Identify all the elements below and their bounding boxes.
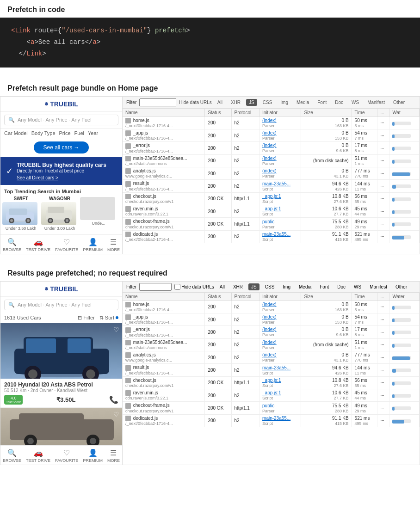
heart-button-2[interactable]: ♡ [113, 411, 119, 418]
cell-waterfall [389, 376, 420, 389]
table-row: analytics.js www.google-analytics.c... 2… [123, 351, 420, 364]
cell-initiator: _app.js:1 Script [259, 192, 301, 205]
other-image [80, 197, 115, 220]
svg-rect-18 [68, 338, 91, 353]
filter-year[interactable]: Year [88, 130, 98, 136]
cell-name: _app.js /_next/0fecbba2-1716-4... [123, 313, 205, 325]
cell-initiator: (index) Parser [259, 326, 301, 338]
cell-size: 0 B 9.6 KB [301, 326, 352, 338]
tab-manifest[interactable]: Manifest [364, 99, 388, 106]
code-block: <Link route={"/used-cars-in-mumbai"} pre… [0, 18, 420, 68]
search-placeholder-text: Any Model · Any Price · Any Fuel [18, 117, 92, 123]
table-row: _error.js /_next/0fecbba2-1716-4... 200 … [123, 142, 420, 154]
section-title-code: Prefetch in code [0, 0, 420, 18]
banner-icon: ✓ [6, 166, 13, 176]
tab-manifest-r[interactable]: Manifest [367, 283, 390, 290]
hide-data-checkbox[interactable]: Hide data URLs [174, 284, 214, 290]
cell-extra: ··· [377, 402, 389, 414]
tab-css-r[interactable]: CSS [262, 283, 278, 290]
network-toolbar: Filter Hide data URLs All XHR JS CSS Img… [123, 97, 420, 109]
cell-status: 200 [205, 180, 231, 192]
tab-other[interactable]: Other [390, 99, 408, 106]
nav-more-r[interactable]: ☰ MORE [107, 448, 120, 463]
col-time-r: Time [352, 293, 377, 301]
premium-icon: 👤 [88, 238, 98, 246]
filter-input-results[interactable] [139, 283, 172, 291]
cell-protocol: h2 [231, 414, 259, 427]
tab-all[interactable]: All [215, 99, 225, 106]
cell-status: 200 [205, 414, 231, 427]
cell-protocol: h2 [231, 129, 259, 141]
network-panel-results: Filter Hide data URLs All XHR JS CSS Img… [123, 281, 420, 465]
nav-favourite-r[interactable]: ♡ FAVOURITE [55, 448, 78, 463]
heart-button-1[interactable]: ♡ [113, 326, 119, 333]
col-time: Time [352, 109, 377, 117]
cell-initiator: (index) Parser [259, 313, 301, 325]
nav-browse-r[interactable]: 🔍 BROWSE [3, 448, 21, 463]
tab-img[interactable]: Img [278, 99, 291, 106]
cell-size: 10.8 KB 27.6 KB [301, 376, 352, 389]
tab-other-r[interactable]: Other [393, 283, 410, 290]
filter-fuel[interactable]: Fuel [74, 130, 84, 136]
nav-test-drive-r[interactable]: 🚗 TEST DRIVE [26, 448, 50, 463]
tab-font-r[interactable]: Font [317, 283, 332, 290]
nav-premium-r[interactable]: 👤 PREMIUM [83, 448, 103, 463]
cell-waterfall [389, 351, 420, 364]
nav-browse[interactable]: 🔍 BROWSE [3, 238, 21, 252]
nav-more[interactable]: ☰ MORE [107, 238, 120, 252]
search-placeholder-results: Any Model · Any Price · Any Fuel [18, 302, 92, 307]
sort-button[interactable]: ⇅ Sort [99, 315, 118, 321]
score-value: 4.0 [11, 396, 17, 400]
nav-premium[interactable]: 👤 PREMIUM [83, 238, 103, 252]
search-bar-results[interactable]: 🔍 Any Model · Any Price · Any Fuel [4, 300, 118, 310]
tab-font[interactable]: Font [315, 99, 329, 106]
tab-js[interactable]: JS [246, 99, 257, 106]
truebil-home-panel: ⊛ TRUEBIL 🔍 Any Model · Any Price · Any … [0, 96, 123, 254]
filter-car-model[interactable]: Car Model [4, 130, 28, 136]
table-row: home.js /_next/0fecbba2-1716-4... 200 h2… [123, 117, 420, 129]
table-row: _app.js /_next/0fecbba2-1716-4... 200 h2… [123, 313, 420, 325]
call-button-1[interactable]: 📞 [109, 395, 118, 404]
tab-all-r[interactable]: All [217, 283, 228, 290]
tab-ws-r[interactable]: WS [351, 283, 364, 290]
hide-data-checkbox-input[interactable] [174, 284, 180, 290]
tab-ws[interactable]: WS [349, 99, 362, 106]
nav-test-drive[interactable]: 🚗 TEST DRIVE [26, 238, 50, 252]
cell-extra: ··· [377, 414, 389, 427]
tab-xhr-r[interactable]: XHR [230, 283, 246, 290]
filter-button[interactable]: ⊟ Filter [78, 315, 94, 321]
other-price: Unde... [80, 221, 117, 226]
nav-test-drive-label: TEST DRIVE [26, 247, 50, 252]
col-extra-r: ... [377, 293, 389, 301]
swift-price: Under 3.50 Lakh [2, 226, 39, 231]
cell-extra: ··· [377, 117, 389, 129]
see-all-button[interactable]: See all cars → [34, 141, 88, 153]
cell-protocol: h2 [231, 351, 259, 364]
tab-doc-r[interactable]: Doc [334, 283, 348, 290]
tab-media-r[interactable]: Media [296, 283, 314, 290]
search-bar[interactable]: 🔍 Any Model · Any Price · Any Fuel [4, 115, 118, 125]
cell-status: 200 [205, 301, 231, 313]
svg-point-11 [49, 219, 52, 222]
cell-size: (from disk cache) [301, 338, 352, 351]
cell-protocol: h2 [231, 338, 259, 351]
search-icon: 🔍 [8, 117, 15, 123]
cell-time: 54 ms 7 ms [352, 129, 377, 141]
tab-doc[interactable]: Doc [332, 99, 346, 106]
banner-link[interactable]: See all Direct cars > [17, 175, 117, 180]
tab-xhr[interactable]: XHR [228, 99, 243, 106]
filter-price[interactable]: Price [59, 130, 71, 136]
hide-data-urls: Hide data URLs [179, 100, 212, 105]
table-row: result.js /_next/0fecbba2-1716-4... 200 … [123, 180, 420, 192]
cell-name: _error.js /_next/0fecbba2-1716-4... [123, 142, 205, 154]
tab-img-r[interactable]: Img [280, 283, 293, 290]
tab-media[interactable]: Media [294, 99, 312, 106]
filter-input[interactable] [139, 98, 176, 106]
cell-name: dedicated.js /_next/0fecbba2-1716-4... [123, 230, 205, 243]
cell-protocol: h2 [231, 180, 259, 192]
filter-body-type[interactable]: Body Type [31, 130, 56, 136]
tab-js-r[interactable]: JS [248, 283, 259, 290]
cell-status: 200 [205, 167, 231, 180]
tab-css[interactable]: CSS [260, 99, 275, 106]
nav-favourite[interactable]: ♡ FAVOURITE [55, 238, 78, 252]
